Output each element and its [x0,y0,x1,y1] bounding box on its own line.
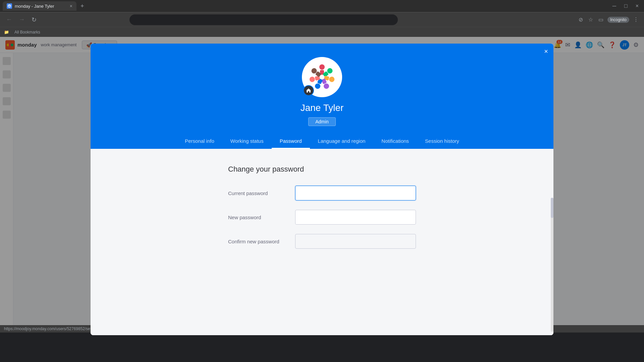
current-password-row: Current password [228,186,416,200]
profile-icon[interactable]: ▭ [597,15,605,24]
tab-working-status[interactable]: Working status [222,134,272,149]
new-password-row: New password [228,210,416,225]
bookmarks-bar: 📁 All Bookmarks [0,27,644,37]
current-password-input[interactable] [295,186,416,200]
confirm-new-password-input[interactable] [295,234,416,249]
close-button[interactable]: × [633,2,641,10]
browser-toolbar: ← → ↻ moodjoy.monday.com/users/52769852/… [0,12,644,27]
incognito-badge: Incognito [607,17,629,23]
password-form: Change your password Current password Ne… [215,165,429,249]
admin-badge[interactable]: Admin [308,117,336,126]
tab-personal-info[interactable]: Personal info [177,134,222,149]
scrollbar-track[interactable] [551,198,553,332]
reload-button[interactable]: ↻ [30,15,39,25]
confirm-new-password-row: Confirm new password [228,234,416,249]
modal-overlay: × [0,37,644,325]
tab-session-history[interactable]: Session history [417,134,467,149]
browser-titlebar: m monday - Jane Tyler × + ─ □ × [0,0,644,12]
user-name: Jane Tyler [301,103,344,113]
modal-body: Change your password Current password Ne… [91,149,553,335]
browser-chrome: m monday - Jane Tyler × + ─ □ × ← → ↻ mo… [0,0,644,37]
monday-background: monday work management 🚀 See plans 🔔 14 … [0,37,644,325]
modal-close-button[interactable]: × [544,48,548,55]
address-bar[interactable]: moodjoy.monday.com/users/52769852/settin… [129,14,398,25]
current-password-label: Current password [228,190,295,196]
svg-text:m: m [8,5,10,8]
avatar-status-badge[interactable] [303,85,314,96]
bookmark-star-icon[interactable]: ☆ [587,15,594,24]
new-tab-button[interactable]: + [80,3,84,10]
cast-icon[interactable]: ⊘ [577,15,584,24]
tab-title: monday - Jane Tyler [15,4,67,9]
all-bookmarks-link[interactable]: All Bookmarks [12,30,43,35]
tab-close-icon[interactable]: × [70,3,72,9]
minimize-button[interactable]: ─ [610,2,619,10]
modal-header: Jane Tyler Admin Personal info Working s… [91,44,553,149]
maximize-button[interactable]: □ [622,2,630,10]
tab-password[interactable]: Password [272,134,310,149]
svg-point-7 [319,64,325,70]
address-input[interactable]: moodjoy.monday.com/users/52769852/settin… [135,17,392,22]
window-controls: ─ □ × [610,2,641,10]
settings-modal: × [91,44,553,335]
new-password-label: New password [228,215,295,220]
toolbar-right-icons: ⊘ ☆ ▭ Incognito ⋮ [577,15,640,24]
form-title: Change your password [228,165,416,174]
new-password-input[interactable] [295,210,416,225]
home-icon [306,88,311,93]
scrollbar-thumb[interactable] [551,198,553,218]
menu-icon[interactable]: ⋮ [632,15,640,24]
tab-favicon: m [7,3,12,9]
tab-notifications[interactable]: Notifications [373,134,417,149]
bookmarks-folder-icon: 📁 [4,30,9,35]
avatar-container [302,57,342,97]
browser-tab[interactable]: m monday - Jane Tyler × [3,1,76,11]
forward-button[interactable]: → [17,15,27,24]
confirm-new-password-label: Confirm new password [228,239,295,244]
app-area: monday work management 🚀 See plans 🔔 14 … [0,37,644,325]
modal-tabs: Personal info Working status Password La… [163,134,481,149]
tab-language-region[interactable]: Language and region [310,134,374,149]
back-button[interactable]: ← [4,15,14,24]
